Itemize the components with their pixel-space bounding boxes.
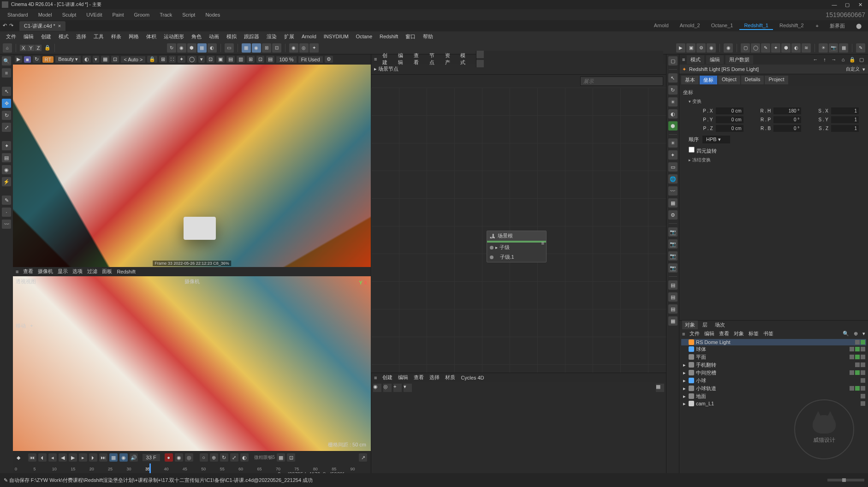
menu-insydium[interactable]: INSYDIUM <box>321 33 352 40</box>
attr-custom-label[interactable]: 自定义 <box>846 66 860 72</box>
rv-lock-icon[interactable]: 🔒 <box>147 56 157 63</box>
next-key-button[interactable]: ⏵ <box>89 453 97 462</box>
side-icon[interactable]: ▤ <box>668 304 678 314</box>
mm-select[interactable]: 选择 <box>429 374 440 381</box>
menu-redshift[interactable]: Redshift <box>376 33 401 40</box>
menu-create[interactable]: 创建 <box>38 32 54 41</box>
rp-input[interactable]: 0 ° <box>773 116 801 123</box>
rv-icon[interactable]: ◐ <box>83 56 91 63</box>
expand-icon[interactable]: ▸ <box>682 401 687 407</box>
vp-menu-redshift[interactable]: Redshift <box>117 269 135 274</box>
mm-view[interactable]: 查看 <box>414 374 424 381</box>
mm-material[interactable]: 材质 <box>445 374 455 381</box>
sound-icon[interactable]: 🔊 <box>130 453 138 462</box>
render-icon[interactable]: ⚙ <box>696 43 706 53</box>
object-icon[interactable]: ✦ <box>771 43 780 53</box>
close-button[interactable]: ✕ <box>854 1 866 8</box>
mode-paint[interactable]: Paint <box>107 11 128 18</box>
menu-mesh[interactable]: 网格 <box>125 32 142 41</box>
object-icon[interactable]: ☀ <box>819 43 828 53</box>
side-icon[interactable]: ▤ <box>668 280 678 290</box>
rv-icon[interactable]: ▾ <box>198 56 205 63</box>
tool-icon[interactable]: ▤ <box>2 153 11 162</box>
current-frame[interactable]: 33 F <box>143 454 160 461</box>
object-row[interactable]: ▸中间挖槽 <box>681 369 866 377</box>
goto-start-button[interactable]: ⏮ <box>28 453 36 462</box>
mode-sculpt[interactable]: Sculpt <box>58 11 81 18</box>
renderer-redshift1[interactable]: Redshift_1 <box>739 22 773 30</box>
material-manager[interactable]: ◉ ◎ + ▾ ▦ <box>371 382 666 474</box>
object-row[interactable]: 平面 <box>681 353 866 361</box>
expand-icon[interactable]: ▸ <box>682 378 687 384</box>
tl-button[interactable]: ◉ <box>119 453 128 462</box>
om-icon[interactable]: ⊕ <box>854 331 858 337</box>
play-button[interactable]: ▶ <box>69 453 77 462</box>
rv-icon[interactable]: ▤ <box>266 56 274 63</box>
renderer-octane1[interactable]: Octane_1 <box>707 22 738 30</box>
om-menu-edit[interactable]: 编辑 <box>704 330 714 337</box>
side-icon[interactable]: ▭ <box>668 162 678 172</box>
key-filter-button[interactable]: ⤢ <box>230 453 238 462</box>
menu-octane[interactable]: Octane <box>353 33 375 40</box>
maximize-button[interactable]: ▢ <box>841 1 853 8</box>
tool-icon[interactable]: ✦ <box>309 43 319 53</box>
mode-track[interactable]: Track <box>155 11 177 18</box>
tl-expand-button[interactable]: ↗ <box>359 453 367 462</box>
rv-refresh-icon[interactable]: ↻ <box>33 56 41 63</box>
menu-mograph[interactable]: 运动图形 <box>161 32 187 41</box>
rv-rt-button[interactable]: RT <box>42 56 54 63</box>
side-icon[interactable]: ▦ <box>668 316 678 326</box>
side-icon[interactable]: ☀ <box>668 97 678 107</box>
tool-icon[interactable]: ⊡ <box>272 43 281 53</box>
object-icon[interactable]: ≋ <box>802 43 811 53</box>
newui-button[interactable]: 新界面 <box>826 22 849 30</box>
mat-icon[interactable]: ▾ <box>404 384 412 392</box>
tool-icon[interactable]: ⬢ <box>187 43 196 53</box>
tool-icon[interactable]: ▦ <box>197 43 207 53</box>
sy-input[interactable]: 1 <box>831 116 859 123</box>
render-icon[interactable]: ◉ <box>707 43 716 53</box>
object-row[interactable]: ▸小球轨道 <box>681 385 866 392</box>
attr-tab-edit[interactable]: 编辑 <box>706 55 724 64</box>
rv-rendermode-dropdown[interactable]: Beauty ▾ <box>55 56 81 63</box>
renderer-arnold2[interactable]: Arnold_2 <box>675 22 705 30</box>
object-toggles[interactable] <box>855 340 865 344</box>
attr-nav-fwd[interactable]: → <box>830 56 838 63</box>
add-layout-button[interactable]: + <box>812 22 822 30</box>
om-menu-view[interactable]: 查看 <box>719 330 729 337</box>
menu-tools[interactable]: 工具 <box>90 32 107 41</box>
side-icon[interactable]: ▢ <box>668 56 678 65</box>
tool-icon[interactable]: ◉ <box>177 43 186 53</box>
side-camera-icon[interactable]: 📷 <box>668 227 678 237</box>
side-icon[interactable]: ↻ <box>668 85 678 95</box>
node-menu-icon[interactable]: ≡ <box>541 240 544 246</box>
mode-model[interactable]: Model <box>34 11 57 18</box>
object-toggles[interactable] <box>861 401 865 406</box>
px-input[interactable]: 0 cm <box>716 107 743 114</box>
renderer-arnold[interactable]: Arnold <box>649 22 673 30</box>
mode-standard[interactable]: Standard <box>3 11 33 18</box>
rv-fit-dropdown[interactable]: Fit Used <box>298 56 323 63</box>
tool-icon[interactable]: ◎ <box>299 43 309 53</box>
om-tab-takes[interactable]: 场次 <box>712 321 728 329</box>
key-filter-button[interactable]: ◐ <box>240 453 249 462</box>
object-row[interactable]: ▸地面 <box>681 392 866 400</box>
minimize-button[interactable]: — <box>828 1 840 8</box>
object-row[interactable]: ▸手机翻转 <box>681 361 866 369</box>
object-icon[interactable]: ◐ <box>791 43 801 53</box>
order-dropdown[interactable]: HPB ▾ <box>702 136 730 143</box>
om-menu-objects[interactable]: 对象 <box>734 330 744 337</box>
play-back-button[interactable]: ◀ <box>59 453 67 462</box>
nm-icon[interactable] <box>476 51 484 58</box>
rv-icon[interactable]: ▦ <box>101 56 109 63</box>
menu-arnold[interactable]: Arnold <box>298 33 320 40</box>
tool-icon[interactable]: ▦ <box>242 43 251 53</box>
tool-icon[interactable]: ▭ <box>225 43 234 53</box>
rv-zoom-dropdown[interactable]: 100 % <box>276 56 296 63</box>
close-tab-button[interactable]: × <box>58 23 61 29</box>
vp-menu-filter[interactable]: 过滤 <box>87 268 97 275</box>
object-toggles[interactable] <box>861 394 865 398</box>
object-icon[interactable]: 📷 <box>829 43 838 53</box>
rv-icon[interactable]: ⊡ <box>111 56 119 63</box>
side-icon[interactable]: ▤ <box>668 292 678 302</box>
